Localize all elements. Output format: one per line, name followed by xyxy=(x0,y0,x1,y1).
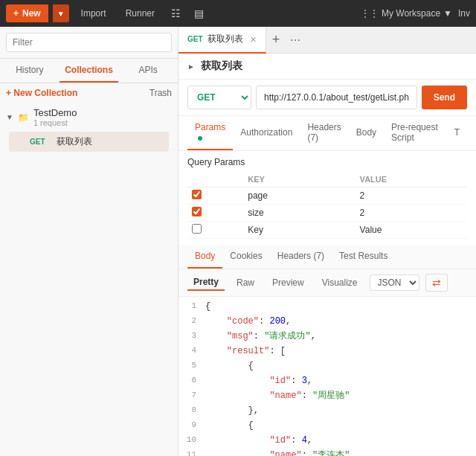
tab-response-cookies[interactable]: Cookies xyxy=(222,245,269,269)
collection-testdemo: ▼ 📁 TestDemo 1 request GET 获取列表 xyxy=(0,103,178,155)
tab-pre-request[interactable]: Pre-request Script xyxy=(384,116,447,150)
response-toolbar: Pretty Raw Preview Visualize JSON XML HT… xyxy=(178,269,476,297)
line-number: 9 xyxy=(178,419,205,434)
param-row-size: size 2 xyxy=(187,205,467,222)
format-select[interactable]: JSON XML HTML Text xyxy=(370,274,419,291)
col-value-header: VALUE xyxy=(356,172,467,187)
main-layout: History Collections APIs + New Collectio… xyxy=(0,27,476,456)
url-bar: GET POST PUT DELETE Send xyxy=(178,80,476,116)
line-number: 2 xyxy=(178,315,205,330)
tab-collections[interactable]: Collections xyxy=(60,59,119,83)
tab-name-label: 获取列表 xyxy=(208,33,243,45)
plus-icon: + xyxy=(13,8,19,19)
line-content: }, xyxy=(205,404,476,419)
col-check-header xyxy=(187,172,243,187)
sync-icon-button[interactable]: ☷ xyxy=(167,4,185,22)
line-content: { xyxy=(205,300,476,315)
param-empty-key[interactable]: Key xyxy=(243,222,355,239)
collection-header[interactable]: ▼ 📁 TestDemo 1 request xyxy=(6,104,172,130)
request-item-get-list[interactable]: GET 获取列表 xyxy=(9,132,169,152)
param-size-checkbox[interactable] xyxy=(192,207,202,216)
tab-body[interactable]: Body xyxy=(349,121,384,145)
tab-headers[interactable]: Headers (7) xyxy=(300,116,348,150)
param-empty-checkbox[interactable] xyxy=(192,224,202,234)
param-page-key: page xyxy=(243,187,355,205)
title-collapse-icon[interactable]: ► xyxy=(187,62,195,71)
code-line: 11 "name": "李连杰" xyxy=(178,449,476,456)
code-line: 10 "id": 4, xyxy=(178,434,476,449)
param-page-checkbox[interactable] xyxy=(192,190,202,199)
query-params-section: Query Params KEY VALUE page 2 xyxy=(178,151,476,245)
collection-name: TestDemo xyxy=(33,107,77,118)
params-table: KEY VALUE page 2 size 2 xyxy=(187,172,467,239)
send-button[interactable]: Send xyxy=(422,86,467,109)
line-content: "id": 4, xyxy=(205,434,476,449)
query-params-label: Query Params xyxy=(187,157,467,167)
view-raw-button[interactable]: Raw xyxy=(231,275,260,290)
tab-response-body[interactable]: Body xyxy=(187,245,222,269)
line-content: "result": [ xyxy=(205,344,476,359)
line-content: { xyxy=(205,359,476,374)
add-tab-button[interactable]: + xyxy=(266,32,286,48)
code-line: 5 { xyxy=(178,359,476,374)
tab-authorization[interactable]: Authorization xyxy=(233,121,300,145)
line-content: "name": "李连杰" xyxy=(205,449,476,456)
tab-history[interactable]: History xyxy=(0,59,60,83)
line-content: "code": 200, xyxy=(205,315,476,330)
tab-close-button[interactable]: × xyxy=(251,33,257,45)
workspace-button[interactable]: ⋮⋮ My Workspace ▼ xyxy=(361,8,452,19)
code-line: 2 "code": 200, xyxy=(178,315,476,330)
code-line: 3 "msg": "请求成功", xyxy=(178,330,476,344)
line-number: 5 xyxy=(178,359,205,374)
code-line: 6 "id": 3, xyxy=(178,374,476,389)
method-badge: GET xyxy=(30,138,51,146)
line-number: 1 xyxy=(178,300,205,315)
folder-icon: 📁 xyxy=(18,112,29,123)
import-button[interactable]: Import xyxy=(74,4,114,22)
tab-method-badge: GET xyxy=(187,35,203,43)
sidebar: History Collections APIs + New Collectio… xyxy=(0,27,178,456)
camera-icon-button[interactable]: ▤ xyxy=(190,4,208,22)
more-tabs-button[interactable]: ⋯ xyxy=(286,34,305,46)
new-collection-button[interactable]: + New Collection xyxy=(6,88,77,98)
workspace-arrow-icon: ▼ xyxy=(443,8,452,19)
param-row-empty: Key Value xyxy=(187,222,467,239)
view-pretty-button[interactable]: Pretty xyxy=(187,274,225,291)
invite-button[interactable]: Inv xyxy=(458,8,470,19)
search-input[interactable] xyxy=(6,33,172,52)
collection-count: 1 request xyxy=(33,118,77,127)
request-tab-active[interactable]: GET 获取列表 × xyxy=(178,27,266,54)
tab-response-test-results[interactable]: Test Results xyxy=(332,245,395,269)
request-title: 获取列表 xyxy=(201,60,242,73)
code-line: 4 "result": [ xyxy=(178,344,476,359)
sidebar-tabs: History Collections APIs xyxy=(0,59,178,83)
method-select[interactable]: GET POST PUT DELETE xyxy=(187,86,251,109)
main-content: GET 获取列表 × + ⋯ ► 获取列表 GET POST PUT DELET… xyxy=(178,27,476,456)
line-number: 8 xyxy=(178,404,205,419)
view-preview-button[interactable]: Preview xyxy=(266,275,310,290)
collapse-icon: ▼ xyxy=(6,113,13,121)
tab-tests[interactable]: T xyxy=(447,121,467,145)
tab-response-headers[interactable]: Headers (7) xyxy=(270,245,332,269)
line-number: 6 xyxy=(178,374,205,389)
request-name: 获取列表 xyxy=(57,135,92,148)
wrap-button[interactable]: ⇄ xyxy=(425,274,448,292)
param-page-value: 2 xyxy=(356,187,467,205)
new-dropdown-arrow[interactable]: ▼ xyxy=(53,4,69,22)
code-line: 1{ xyxy=(178,300,476,315)
new-button[interactable]: + New xyxy=(6,4,48,22)
param-size-key: size xyxy=(243,205,355,222)
line-number: 10 xyxy=(178,434,205,449)
trash-button[interactable]: Trash xyxy=(149,88,172,98)
param-empty-value[interactable]: Value xyxy=(356,222,467,239)
line-content: { xyxy=(205,419,476,434)
params-dot xyxy=(198,136,202,141)
tab-params[interactable]: Params xyxy=(187,116,233,150)
url-input[interactable] xyxy=(256,86,417,109)
runner-button[interactable]: Runner xyxy=(118,4,162,22)
line-content: "id": 3, xyxy=(205,374,476,389)
tab-apis[interactable]: APIs xyxy=(118,59,178,83)
view-visualize-button[interactable]: Visualize xyxy=(316,275,364,290)
code-line: 7 "name": "周星驰" xyxy=(178,389,476,404)
code-area: 1{2 "code": 200,3 "msg": "请求成功",4 "resul… xyxy=(178,297,476,456)
